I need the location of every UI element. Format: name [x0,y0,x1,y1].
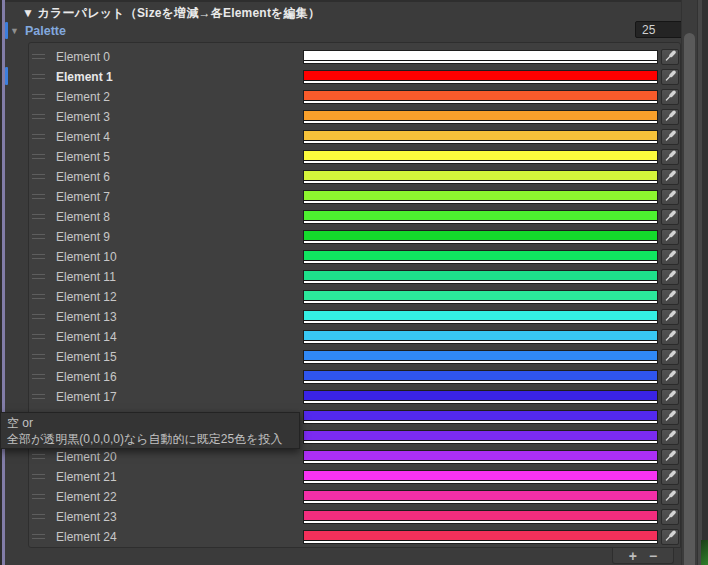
eyedropper-button[interactable] [661,109,679,125]
eyedropper-button[interactable] [661,469,679,485]
eyedropper-button[interactable] [661,349,679,365]
remove-element-button[interactable]: − [649,550,657,562]
eyedropper-button[interactable] [661,189,679,205]
color-swatch[interactable] [303,450,658,464]
scrollbar-thumb[interactable] [684,33,695,565]
drag-handle-icon[interactable] [32,354,45,359]
alpha-bar [304,501,657,503]
color-swatch[interactable] [303,430,658,444]
color-swatch[interactable] [303,110,658,124]
eyedropper-button[interactable] [661,149,679,165]
alpha-bar [304,221,657,223]
eyedropper-icon [664,348,677,366]
color-swatch[interactable] [303,370,658,384]
eyedropper-button[interactable] [661,249,679,265]
eyedropper-icon [664,68,677,86]
color-swatch[interactable] [303,530,658,544]
drag-handle-icon[interactable] [32,314,45,319]
drag-handle-icon[interactable] [32,534,45,539]
eyedropper-button[interactable] [661,69,679,85]
color-swatch[interactable] [303,70,658,84]
color-swatch[interactable] [303,170,658,184]
color-swatch[interactable] [303,490,658,504]
tooltip-line-1: 空 or [7,415,299,431]
color-swatch[interactable] [303,230,658,244]
color-swatch[interactable] [303,150,658,164]
color-swatch[interactable] [303,390,658,404]
palette-row: Element 10 [29,247,680,267]
drag-handle-icon[interactable] [32,394,45,399]
eyedropper-button[interactable] [661,209,679,225]
alpha-bar [304,261,657,263]
eyedropper-button[interactable] [661,509,679,525]
color-swatch[interactable] [303,270,658,284]
palette-foldout-row[interactable]: ▼ Palette [10,23,66,39]
drag-handle-icon[interactable] [32,474,45,479]
color-swatch[interactable] [303,190,658,204]
color-swatch[interactable] [303,330,658,344]
element-label: Element 6 [56,170,110,184]
eyedropper-button[interactable] [661,329,679,345]
eyedropper-icon [664,208,677,226]
drag-handle-icon[interactable] [32,274,45,279]
drag-handle-icon[interactable] [32,294,45,299]
palette-size-input[interactable] [635,21,683,38]
drag-handle-icon[interactable] [32,154,45,159]
drag-handle-icon[interactable] [32,454,45,459]
add-element-button[interactable]: + [629,550,637,562]
drag-handle-icon[interactable] [32,134,45,139]
palette-row: Element 4 [29,127,680,147]
eyedropper-button[interactable] [661,129,679,145]
drag-handle-icon[interactable] [32,494,45,499]
eyedropper-button[interactable] [661,49,679,65]
drag-handle-icon[interactable] [32,114,45,119]
eyedropper-icon [664,508,677,526]
drag-handle-icon[interactable] [32,234,45,239]
color-swatch[interactable] [303,290,658,304]
tooltip: 空 or 全部が透明黒(0,0,0,0)なら自動的に既定25色を投入 [0,412,300,449]
color-swatch[interactable] [303,510,658,524]
drag-handle-icon[interactable] [32,334,45,339]
alpha-bar [304,161,657,163]
drag-handle-icon[interactable] [32,54,45,59]
drag-handle-icon[interactable] [32,174,45,179]
eyedropper-button[interactable] [661,489,679,505]
element-label: Element 7 [56,190,110,204]
alpha-bar [304,481,657,483]
foldout-triangle-icon[interactable]: ▼ [10,26,19,36]
eyedropper-icon [664,88,677,106]
eyedropper-button[interactable] [661,229,679,245]
drag-handle-icon[interactable] [32,254,45,259]
section-header-foldout[interactable]: ▼ カラーパレット（Sizeを増減→各Elementを編集） [22,5,320,22]
eyedropper-button[interactable] [661,369,679,385]
color-swatch[interactable] [303,310,658,324]
eyedropper-button[interactable] [661,289,679,305]
window-top-edge [0,0,708,2]
color-swatch[interactable] [303,50,658,64]
drag-handle-icon[interactable] [32,74,45,79]
eyedropper-button[interactable] [661,309,679,325]
eyedropper-button[interactable] [661,429,679,445]
color-swatch[interactable] [303,250,658,264]
eyedropper-button[interactable] [661,449,679,465]
eyedropper-button[interactable] [661,169,679,185]
color-swatch[interactable] [303,210,658,224]
eyedropper-button[interactable] [661,89,679,105]
drag-handle-icon[interactable] [32,194,45,199]
eyedropper-button[interactable] [661,389,679,405]
color-swatch[interactable] [303,350,658,364]
drag-handle-icon[interactable] [32,374,45,379]
eyedropper-button[interactable] [661,409,679,425]
drag-handle-icon[interactable] [32,94,45,99]
drag-handle-icon[interactable] [32,214,45,219]
eyedropper-button[interactable] [661,529,679,545]
drag-handle-icon[interactable] [32,514,45,519]
palette-row: Element 20 [29,447,680,467]
color-swatch[interactable] [303,90,658,104]
alpha-bar [304,461,657,463]
eyedropper-button[interactable] [661,269,679,285]
color-swatch[interactable] [303,130,658,144]
color-swatch[interactable] [303,470,658,484]
eyedropper-icon [664,48,677,66]
color-swatch[interactable] [303,410,658,424]
